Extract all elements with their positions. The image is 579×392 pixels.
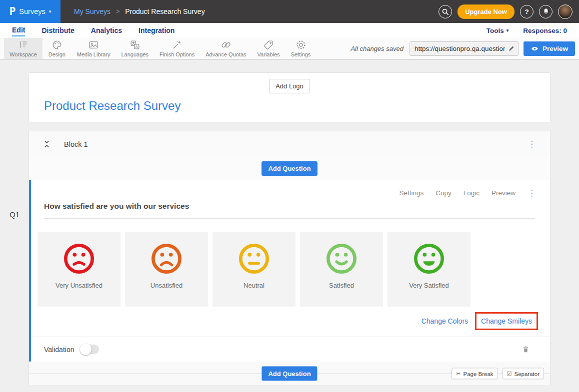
eye-icon <box>530 45 539 52</box>
add-question-button-bottom[interactable]: Add Question <box>262 367 317 381</box>
user-avatar[interactable] <box>558 4 572 19</box>
nav-tab-edit[interactable]: Edit <box>12 25 25 36</box>
smiley-option-neutral[interactable]: Neutral <box>212 232 296 307</box>
breadcrumb-current-survey: Product Research Survey <box>125 7 205 15</box>
smiley-option-label: Very Satisfied <box>409 282 449 289</box>
collapse-block-button[interactable] <box>43 140 50 148</box>
question-action-links: SettingsCopyLogicPreview <box>399 189 516 197</box>
smiley-option-very-satisfied[interactable]: Very Satisfied <box>388 232 470 307</box>
change-colors-link[interactable]: Change Colors <box>422 317 468 325</box>
question-action-settings[interactable]: Settings <box>399 189 424 197</box>
edit-url-button[interactable] <box>508 45 515 52</box>
footer-right-buttons: ✂ Page Break ☑ Separator <box>452 368 544 380</box>
question-action-logic[interactable]: Logic <box>464 189 480 197</box>
help-button[interactable]: ? <box>520 5 534 18</box>
notifications-button[interactable] <box>539 5 552 18</box>
nav-items: EditDistributeAnalyticsIntegration <box>12 25 191 36</box>
toolbar-tab-advance-quotas[interactable]: Advance Quotas <box>200 38 252 59</box>
preview-label: Preview <box>542 45 568 52</box>
question-text-underline <box>44 218 535 219</box>
smiley-icon <box>238 243 270 275</box>
smiley-icon <box>150 243 182 275</box>
responses-count[interactable]: Responses: 0 <box>523 27 567 34</box>
change-smileys-link[interactable]: Change Smileys <box>481 317 532 325</box>
nav-tab-integration[interactable]: Integration <box>138 25 174 36</box>
search-button[interactable] <box>438 5 452 18</box>
toolbar-tab-design[interactable]: Design <box>42 38 72 59</box>
survey-nav: EditDistributeAnalyticsIntegration Tools… <box>0 23 579 38</box>
chevron-down-icon: ▾ <box>49 9 52 14</box>
survey-url-input[interactable] <box>410 41 518 56</box>
smiley-option-label: Neutral <box>244 282 264 289</box>
collapse-icon <box>43 140 50 148</box>
question-text[interactable]: How satisfied are you with our services <box>44 202 535 211</box>
block-header: Block 1 ⋮ <box>29 131 550 157</box>
design-icon <box>52 39 62 50</box>
breadcrumb-separator: > <box>116 8 120 15</box>
breadcrumb-my-surveys[interactable]: My Surveys <box>74 7 110 15</box>
toolbar-tab-workspace[interactable]: Workspace <box>4 38 42 59</box>
smiley-option-very-unsatisfied[interactable]: Very Unsatisfied <box>38 232 120 307</box>
smiley-icon <box>63 243 95 275</box>
smiley-option-unsatisfied[interactable]: Unsatisfied <box>125 232 208 307</box>
toolbar-right: All changes saved Preview <box>350 38 579 59</box>
add-logo-button[interactable]: Add Logo <box>269 79 310 93</box>
save-status-text: All changes saved <box>350 45 404 52</box>
toolbar-tabs: WorkspaceDesignMedia LibraryALanguagesFi… <box>4 38 316 59</box>
block-card: Q1 Block 1 ⋮ Add Question SettingsCopyLo… <box>28 131 550 386</box>
chevron-down-icon: ▾ <box>506 28 509 33</box>
survey-title[interactable]: Product Research Survey <box>44 99 180 113</box>
question-card: SettingsCopyLogicPreview ⋮ How satisfied… <box>29 180 550 362</box>
validation-row: Validation <box>31 337 550 362</box>
pencil-icon <box>508 45 515 52</box>
nav-tab-distribute[interactable]: Distribute <box>42 25 74 36</box>
bell-icon <box>542 7 550 15</box>
checkbox-checked-icon: ☑ <box>507 371 512 377</box>
delete-question-button[interactable] <box>522 345 530 354</box>
survey-url-box <box>410 41 518 56</box>
tools-menu[interactable]: Tools ▾ <box>486 27 509 34</box>
questionpro-logo-icon: P <box>10 5 16 17</box>
languages-icon: A <box>130 39 140 50</box>
block-footer: Add Question ✂ Page Break ☑ Separator <box>29 362 550 386</box>
advance-quotas-icon <box>220 39 232 50</box>
validation-label: Validation <box>44 346 74 354</box>
toolbar-tab-settings[interactable]: Settings <box>286 38 316 59</box>
variables-icon <box>263 39 274 50</box>
question-kebab-menu-icon[interactable]: ⋮ <box>528 189 536 197</box>
preview-button[interactable]: Preview <box>524 41 575 56</box>
smiley-icon <box>413 243 445 275</box>
search-icon <box>441 7 450 16</box>
tools-label: Tools <box>486 27 504 34</box>
app-logo-menu[interactable]: P Surveys ▾ <box>0 0 60 23</box>
editor-toolbar: WorkspaceDesignMedia LibraryALanguagesFi… <box>0 38 579 60</box>
question-action-copy[interactable]: Copy <box>436 189 452 197</box>
validation-toggle[interactable] <box>80 345 99 354</box>
smiley-option-label: Unsatisfied <box>150 282 182 289</box>
product-name: Surveys <box>19 7 45 15</box>
question-action-preview[interactable]: Preview <box>492 189 516 197</box>
toolbar-tab-finish-options[interactable]: Finish Options <box>154 38 200 59</box>
nav-tab-analytics[interactable]: Analytics <box>91 25 122 36</box>
page-break-button[interactable]: ✂ Page Break <box>452 368 498 380</box>
toolbar-tab-media-library[interactable]: Media Library <box>72 38 116 59</box>
smiley-options-row: Very UnsatisfiedUnsatisfiedNeutralSatisf… <box>38 232 550 307</box>
toolbar-tab-languages[interactable]: ALanguages <box>116 38 154 59</box>
add-question-button-top[interactable]: Add Question <box>262 161 317 176</box>
block-title: Block 1 <box>64 140 88 148</box>
separator-button[interactable]: ☑ Separator <box>502 368 544 380</box>
add-question-strip: Add Question <box>29 157 550 180</box>
upgrade-now-button[interactable]: Upgrade Now <box>458 4 514 19</box>
svg-text:A: A <box>135 44 138 49</box>
smiley-option-label: Satisfied <box>329 282 354 289</box>
media-library-icon <box>88 39 99 50</box>
page-break-label: Page Break <box>464 371 494 377</box>
breadcrumb: My Surveys > Product Research Survey <box>74 7 205 15</box>
question-links-row: Change Colors Change Smileys <box>31 312 538 330</box>
smiley-option-satisfied[interactable]: Satisfied <box>300 232 383 307</box>
settings-icon <box>296 39 306 50</box>
toggle-knob <box>80 344 92 355</box>
toolbar-tab-variables[interactable]: Variables <box>252 38 286 59</box>
block-kebab-menu-icon[interactable]: ⋮ <box>528 140 536 148</box>
trash-icon <box>522 345 530 354</box>
